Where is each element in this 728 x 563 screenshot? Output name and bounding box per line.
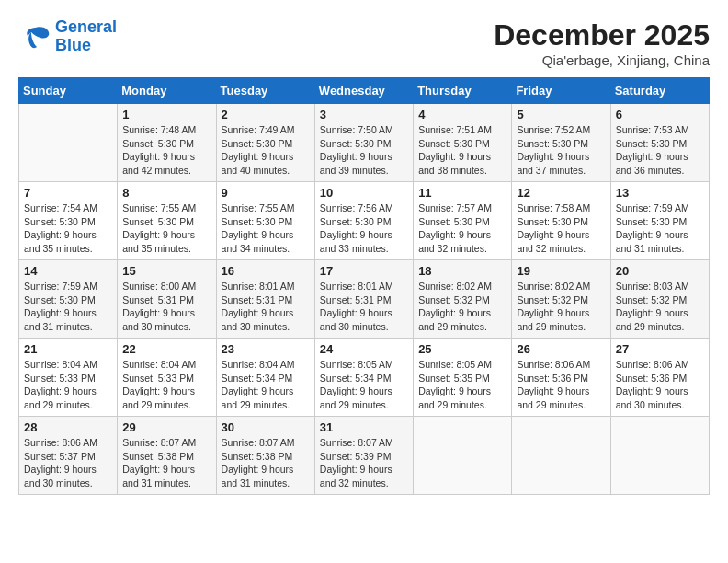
logo-general: General [55, 17, 117, 36]
day-cell: 18Sunrise: 8:02 AM Sunset: 5:32 PM Dayli… [414, 260, 512, 339]
day-info: Sunrise: 8:07 AM Sunset: 5:39 PM Dayligh… [320, 436, 408, 490]
day-info: Sunrise: 8:06 AM Sunset: 5:36 PM Dayligh… [517, 358, 605, 412]
day-info: Sunrise: 7:53 AM Sunset: 5:30 PM Dayligh… [616, 123, 704, 178]
day-number: 17 [320, 264, 408, 278]
day-cell [512, 417, 610, 495]
day-info: Sunrise: 7:55 AM Sunset: 5:30 PM Dayligh… [122, 201, 210, 256]
day-cell: 24Sunrise: 8:05 AM Sunset: 5:34 PM Dayli… [314, 339, 413, 417]
day-number: 31 [320, 420, 408, 434]
day-info: Sunrise: 7:49 AM Sunset: 5:30 PM Dayligh… [222, 123, 310, 178]
day-cell: 2Sunrise: 7:49 AM Sunset: 5:30 PM Daylig… [216, 104, 314, 182]
day-cell: 9Sunrise: 7:55 AM Sunset: 5:30 PM Daylig… [216, 182, 314, 260]
calendar-table: SundayMondayTuesdayWednesdayThursdayFrid… [18, 77, 710, 495]
day-info: Sunrise: 8:07 AM Sunset: 5:38 PM Dayligh… [122, 436, 210, 490]
logo: General Blue [18, 18, 117, 55]
day-info: Sunrise: 8:03 AM Sunset: 5:32 PM Dayligh… [616, 280, 704, 334]
day-info: Sunrise: 8:04 AM Sunset: 5:34 PM Dayligh… [222, 358, 310, 412]
day-cell: 21Sunrise: 8:04 AM Sunset: 5:33 PM Dayli… [19, 339, 118, 417]
day-info: Sunrise: 7:52 AM Sunset: 5:30 PM Dayligh… [517, 123, 605, 178]
day-number: 29 [122, 420, 210, 434]
week-row-5: 28Sunrise: 8:06 AM Sunset: 5:37 PM Dayli… [19, 417, 710, 495]
day-number: 16 [222, 264, 310, 278]
day-cell [19, 104, 118, 182]
logo-icon [18, 23, 51, 51]
day-cell: 22Sunrise: 8:04 AM Sunset: 5:33 PM Dayli… [118, 339, 216, 417]
day-number: 30 [222, 420, 310, 434]
title-block: December 2025 Qia'erbage, Xinjiang, Chin… [494, 18, 710, 68]
day-number: 6 [616, 108, 704, 121]
day-cell: 15Sunrise: 8:00 AM Sunset: 5:31 PM Dayli… [118, 260, 216, 339]
day-number: 8 [122, 186, 210, 200]
day-number: 4 [418, 108, 506, 121]
day-info: Sunrise: 7:59 AM Sunset: 5:30 PM Dayligh… [24, 280, 112, 334]
day-number: 28 [24, 420, 112, 434]
day-number: 10 [320, 186, 408, 200]
day-number: 26 [517, 342, 605, 356]
day-cell: 1Sunrise: 7:48 AM Sunset: 5:30 PM Daylig… [118, 104, 216, 182]
day-info: Sunrise: 7:56 AM Sunset: 5:30 PM Dayligh… [320, 201, 408, 256]
day-number: 12 [517, 186, 605, 200]
day-info: Sunrise: 7:50 AM Sunset: 5:30 PM Dayligh… [320, 123, 408, 178]
header-day-friday: Friday [512, 78, 610, 104]
day-info: Sunrise: 7:51 AM Sunset: 5:30 PM Dayligh… [418, 123, 506, 178]
day-cell: 25Sunrise: 8:05 AM Sunset: 5:35 PM Dayli… [414, 339, 512, 417]
day-number: 2 [222, 108, 310, 121]
day-info: Sunrise: 8:04 AM Sunset: 5:33 PM Dayligh… [122, 358, 210, 412]
day-number: 14 [24, 264, 112, 278]
day-info: Sunrise: 8:04 AM Sunset: 5:33 PM Dayligh… [24, 358, 112, 412]
week-row-4: 21Sunrise: 8:04 AM Sunset: 5:33 PM Dayli… [19, 339, 710, 417]
day-info: Sunrise: 8:06 AM Sunset: 5:37 PM Dayligh… [24, 436, 112, 490]
day-number: 7 [24, 186, 112, 200]
day-cell: 31Sunrise: 8:07 AM Sunset: 5:39 PM Dayli… [314, 417, 413, 495]
day-number: 5 [517, 108, 605, 121]
day-cell: 17Sunrise: 8:01 AM Sunset: 5:31 PM Dayli… [314, 260, 413, 339]
calendar-body: 1Sunrise: 7:48 AM Sunset: 5:30 PM Daylig… [19, 104, 710, 495]
day-cell: 30Sunrise: 8:07 AM Sunset: 5:38 PM Dayli… [216, 417, 314, 495]
header-day-wednesday: Wednesday [314, 78, 413, 104]
header-day-tuesday: Tuesday [216, 78, 314, 104]
day-info: Sunrise: 7:59 AM Sunset: 5:30 PM Dayligh… [616, 201, 704, 256]
day-number: 24 [320, 342, 408, 356]
month-title: December 2025 [494, 18, 710, 52]
page-header: General Blue December 2025 Qia'erbage, X… [18, 18, 710, 68]
week-row-3: 14Sunrise: 7:59 AM Sunset: 5:30 PM Dayli… [19, 260, 710, 339]
day-cell: 27Sunrise: 8:06 AM Sunset: 5:36 PM Dayli… [610, 339, 709, 417]
day-cell: 16Sunrise: 8:01 AM Sunset: 5:31 PM Dayli… [216, 260, 314, 339]
day-info: Sunrise: 8:02 AM Sunset: 5:32 PM Dayligh… [418, 280, 506, 334]
day-cell: 23Sunrise: 8:04 AM Sunset: 5:34 PM Dayli… [216, 339, 314, 417]
day-info: Sunrise: 7:48 AM Sunset: 5:30 PM Dayligh… [122, 123, 210, 178]
day-number: 11 [418, 186, 506, 200]
day-info: Sunrise: 8:00 AM Sunset: 5:31 PM Dayligh… [122, 280, 210, 334]
header-day-sunday: Sunday [19, 78, 118, 104]
location-subtitle: Qia'erbage, Xinjiang, China [494, 52, 710, 68]
day-number: 23 [222, 342, 310, 356]
day-info: Sunrise: 8:07 AM Sunset: 5:38 PM Dayligh… [222, 436, 310, 490]
week-row-1: 1Sunrise: 7:48 AM Sunset: 5:30 PM Daylig… [19, 104, 710, 182]
day-cell: 3Sunrise: 7:50 AM Sunset: 5:30 PM Daylig… [314, 104, 413, 182]
day-info: Sunrise: 8:06 AM Sunset: 5:36 PM Dayligh… [616, 358, 704, 412]
day-cell: 7Sunrise: 7:54 AM Sunset: 5:30 PM Daylig… [19, 182, 118, 260]
day-cell: 12Sunrise: 7:58 AM Sunset: 5:30 PM Dayli… [512, 182, 610, 260]
day-info: Sunrise: 8:02 AM Sunset: 5:32 PM Dayligh… [517, 280, 605, 334]
day-number: 1 [122, 108, 210, 121]
day-number: 13 [616, 186, 704, 200]
week-row-2: 7Sunrise: 7:54 AM Sunset: 5:30 PM Daylig… [19, 182, 710, 260]
logo-blue: Blue [55, 36, 91, 54]
day-cell [610, 417, 709, 495]
day-number: 20 [616, 264, 704, 278]
day-number: 15 [122, 264, 210, 278]
day-info: Sunrise: 8:01 AM Sunset: 5:31 PM Dayligh… [222, 280, 310, 334]
day-cell: 8Sunrise: 7:55 AM Sunset: 5:30 PM Daylig… [118, 182, 216, 260]
day-cell: 6Sunrise: 7:53 AM Sunset: 5:30 PM Daylig… [610, 104, 709, 182]
day-cell: 10Sunrise: 7:56 AM Sunset: 5:30 PM Dayli… [314, 182, 413, 260]
day-cell: 28Sunrise: 8:06 AM Sunset: 5:37 PM Dayli… [19, 417, 118, 495]
day-cell: 19Sunrise: 8:02 AM Sunset: 5:32 PM Dayli… [512, 260, 610, 339]
day-info: Sunrise: 7:55 AM Sunset: 5:30 PM Dayligh… [222, 201, 310, 256]
header-day-monday: Monday [118, 78, 216, 104]
day-info: Sunrise: 8:05 AM Sunset: 5:35 PM Dayligh… [418, 358, 506, 412]
day-info: Sunrise: 7:57 AM Sunset: 5:30 PM Dayligh… [418, 201, 506, 256]
day-cell: 5Sunrise: 7:52 AM Sunset: 5:30 PM Daylig… [512, 104, 610, 182]
day-cell: 4Sunrise: 7:51 AM Sunset: 5:30 PM Daylig… [414, 104, 512, 182]
day-number: 27 [616, 342, 704, 356]
day-number: 19 [517, 264, 605, 278]
